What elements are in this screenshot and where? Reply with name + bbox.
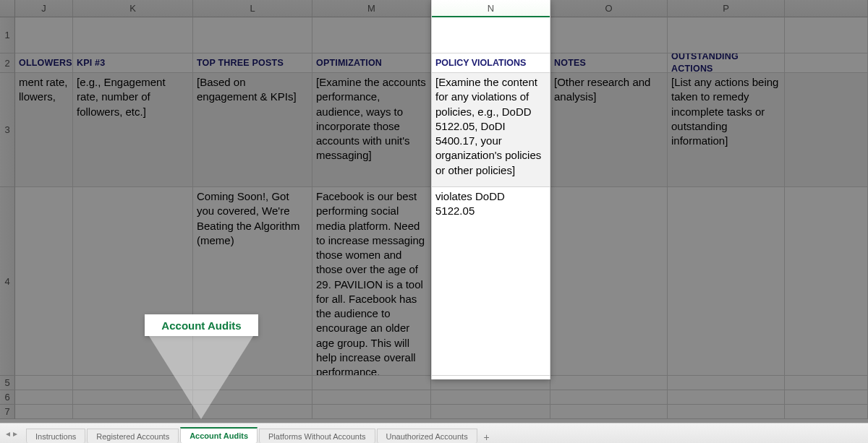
col-header-L[interactable]: L (193, 0, 312, 17)
tab-platforms-without-accounts[interactable]: Platforms Without Accounts (259, 429, 375, 443)
row-header-7[interactable]: 7 (0, 405, 15, 419)
header-followers[interactable]: OLLOWERS (15, 53, 73, 72)
cell-O1[interactable] (550, 17, 668, 53)
row-header-2[interactable]: 2 (0, 53, 15, 73)
row-header-3[interactable]: 3 (0, 73, 15, 187)
col-header-K[interactable]: K (73, 0, 193, 17)
row-5: 5 (0, 376, 868, 390)
cell-N4[interactable]: violates DoDD 5122.05 (431, 187, 550, 375)
tab-nav: ◂ ▸ (1, 423, 22, 443)
row-header-6[interactable]: 6 (0, 390, 15, 405)
cell-O3[interactable]: [Other research and analysis] (550, 73, 668, 186)
cell-J4[interactable] (15, 187, 73, 375)
row-header-1[interactable]: 1 (0, 17, 15, 53)
tab-registered-accounts[interactable]: Registered Accounts (87, 429, 179, 443)
col-header-O[interactable]: O (550, 0, 668, 17)
sheet-tabs: Instructions Registered Accounts Account… (26, 427, 495, 443)
cell-J3[interactable]: ment rate, llowers, (15, 73, 73, 186)
tab-account-audits[interactable]: Account Audits (180, 427, 258, 443)
callout-arrow-icon (149, 336, 253, 419)
tab-unauthorized-accounts[interactable]: Unauthorized Accounts (377, 429, 477, 443)
tab-next-icon[interactable]: ▸ (13, 429, 17, 439)
callout-account-audits: Account Audits (145, 314, 258, 336)
cell-K3[interactable]: [e.g., Engagement rate, number of follow… (73, 73, 193, 186)
cell-K1[interactable] (73, 17, 193, 53)
spreadsheet-grid[interactable]: J K L M N O P 1 2 OLLOWERS KPI #3 TOP TH… (0, 0, 868, 423)
col-header-Q[interactable] (785, 0, 868, 17)
cell-O4[interactable] (550, 187, 668, 375)
select-all-corner[interactable] (0, 0, 15, 17)
row-header-5[interactable]: 5 (0, 376, 15, 390)
cell-M1[interactable] (312, 17, 431, 53)
sheet-tab-bar: ◂ ▸ Instructions Registered Accounts Acc… (0, 423, 868, 443)
header-top-posts[interactable]: TOP THREE POSTS (193, 53, 312, 72)
cell-Q4[interactable] (785, 187, 868, 375)
cell-Q2[interactable] (785, 53, 868, 72)
cell-M4[interactable]: Facebook is our best performing social m… (312, 187, 431, 375)
col-header-J[interactable]: J (15, 0, 73, 17)
add-sheet-button[interactable]: + (479, 431, 495, 443)
cell-Q3[interactable] (785, 73, 868, 186)
cell-P3[interactable]: [List any actions being taken to remedy … (668, 73, 785, 186)
header-notes[interactable]: NOTES (550, 53, 668, 72)
header-kpi3[interactable]: KPI #3 (73, 53, 193, 72)
cell-Q1[interactable] (785, 17, 868, 53)
cell-M3[interactable]: [Examine the accounts performance, audie… (312, 73, 431, 186)
sheet-body: 1 2 OLLOWERS KPI #3 TOP THREE POSTS OPTI… (0, 17, 868, 423)
cell-J5[interactable] (15, 376, 73, 390)
cell-N1[interactable] (431, 17, 550, 53)
cell-L3[interactable]: [Based on engagement & KPIs] (193, 73, 312, 186)
row-4: 4 Coming Soon!, Got you covered, We're B… (0, 187, 868, 376)
header-policy-violations[interactable]: POLICY VIOLATIONS (431, 53, 550, 72)
cell-N3[interactable]: [Examine the content for any violations … (431, 73, 550, 186)
col-header-N[interactable]: N (431, 0, 550, 17)
cell-J1[interactable] (15, 17, 73, 53)
column-headers: J K L M N O P (0, 0, 868, 17)
row-6: 6 (0, 390, 868, 405)
row-2: 2 OLLOWERS KPI #3 TOP THREE POSTS OPTIMI… (0, 53, 868, 73)
tab-instructions[interactable]: Instructions (26, 429, 85, 443)
row-7: 7 (0, 405, 868, 419)
cell-P1[interactable] (668, 17, 785, 53)
col-header-P[interactable]: P (668, 0, 785, 17)
row-1: 1 (0, 17, 868, 53)
row-header-4[interactable]: 4 (0, 187, 15, 376)
cell-P4[interactable] (668, 187, 785, 375)
row-3: 3 ment rate, llowers, [e.g., Engagement … (0, 73, 868, 187)
header-outstanding[interactable]: OUTSTANDING ACTIONS (668, 53, 785, 72)
cell-L1[interactable] (193, 17, 312, 53)
header-optimization[interactable]: OPTIMIZATION (312, 53, 431, 72)
tab-prev-icon[interactable]: ◂ (6, 429, 10, 439)
col-header-M[interactable]: M (312, 0, 431, 17)
